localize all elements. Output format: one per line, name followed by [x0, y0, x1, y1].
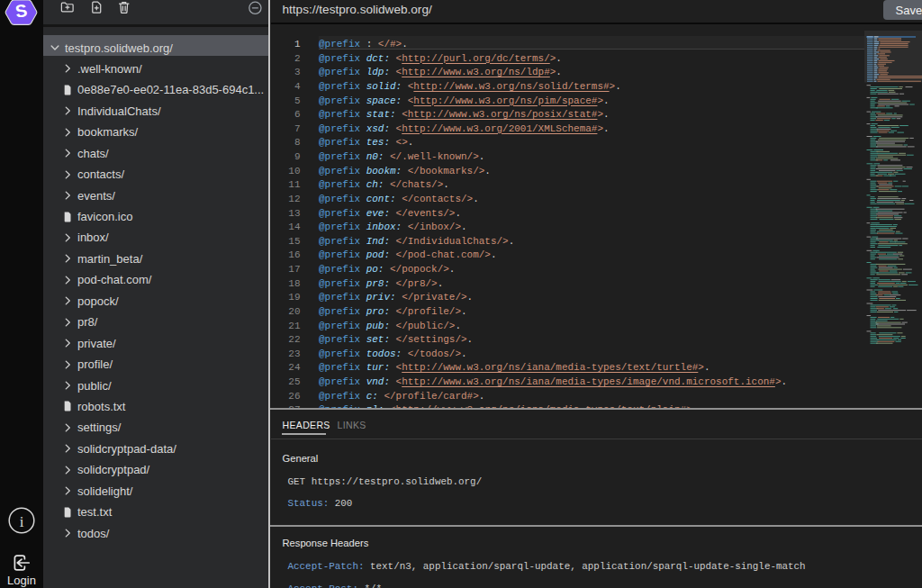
svg-text:i: i	[20, 513, 24, 530]
